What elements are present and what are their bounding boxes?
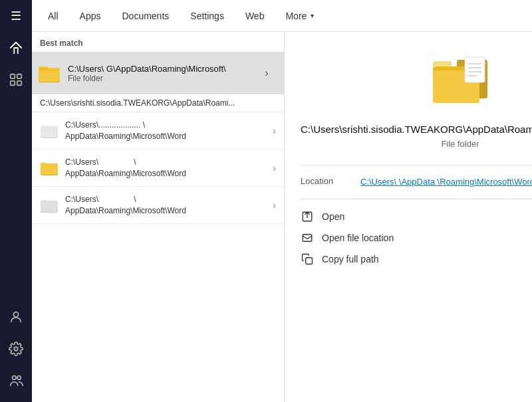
action-copy-path[interactable]: Copy full path <box>301 252 532 266</box>
preview-title: C:\Users\srishti.sisodia.TWEAKORG\AppDat… <box>301 122 532 136</box>
action-list: Open Open file location <box>301 210 532 266</box>
svg-rect-16 <box>41 163 58 175</box>
folder-icon-small-1 <box>40 122 59 140</box>
open-location-icon <box>301 231 314 245</box>
best-match-text: C:\Users\ G\AppData\Roaming\Microsoft\ F… <box>68 64 255 83</box>
hamburger-icon[interactable]: ☰ <box>11 9 21 23</box>
sidebar-item-settings[interactable] <box>0 333 32 365</box>
open-icon <box>301 210 314 223</box>
sub-item-1[interactable]: C:\Users\................... \ AppData\R… <box>32 112 284 150</box>
copy-path-label: Copy full path <box>322 254 379 264</box>
folder-icon-small-3 <box>40 196 59 215</box>
svg-point-5 <box>14 347 18 351</box>
tab-web[interactable]: Web <box>235 0 275 32</box>
svg-rect-1 <box>17 74 21 78</box>
sub-item-text-2: C:\Users\ \AppData\Roaming\Microsoft\Wor… <box>65 157 273 179</box>
svg-point-7 <box>17 376 21 380</box>
svg-rect-29 <box>303 235 312 242</box>
left-panel: Best match C:\Users\ G\AppData\Roaming\M… <box>32 32 285 402</box>
tab-more[interactable]: More ▾ <box>275 0 325 32</box>
right-panel: C:\Users\srishti.sisodia.TWEAKORG\AppDat… <box>285 32 532 402</box>
divider-top <box>301 165 532 165</box>
svg-rect-3 <box>17 81 21 85</box>
open-location-label: Open file location <box>322 233 394 243</box>
sub-item-arrow-3[interactable]: › <box>273 200 276 211</box>
info-row-location: Location C:\Users\ \AppData \Roaming\Mic… <box>301 176 532 188</box>
tab-settings[interactable]: Settings <box>180 0 235 32</box>
divider-bottom <box>301 199 532 199</box>
sidebar-item-user[interactable] <box>0 301 32 333</box>
sub-item-3[interactable]: C:\Users\ \AppData\Roaming\Microsoft\Wor… <box>32 187 284 224</box>
svg-rect-23 <box>465 57 485 82</box>
action-open-location[interactable]: Open file location <box>301 231 532 245</box>
content: Best match C:\Users\ G\AppData\Roaming\M… <box>32 32 532 402</box>
svg-rect-19 <box>41 201 58 212</box>
preview-folder-icon <box>430 52 490 112</box>
sidebar-item-search[interactable] <box>0 64 32 96</box>
sub-item-text-1: C:\Users\................... \ AppData\R… <box>65 120 273 142</box>
action-open[interactable]: Open <box>301 210 532 223</box>
topbar: All Apps Documents Settings Web More ▾ F… <box>32 0 532 32</box>
preview-subtitle: File folder <box>441 139 479 149</box>
svg-rect-30 <box>306 258 313 264</box>
svg-point-6 <box>13 376 17 380</box>
svg-rect-2 <box>11 81 15 85</box>
sub-item-arrow-1[interactable]: › <box>273 126 276 136</box>
main: All Apps Documents Settings Web More ▾ F… <box>32 0 532 402</box>
best-match-title: C:\Users\ G\AppData\Roaming\Microsoft\ <box>68 64 255 74</box>
sub-item-text-3: C:\Users\ \AppData\Roaming\Microsoft\Wor… <box>65 194 273 217</box>
open-label: Open <box>322 211 344 222</box>
sidebar-item-people[interactable] <box>0 365 32 397</box>
chevron-down-icon: ▾ <box>311 12 314 19</box>
path-label: C:\Users\srishti.sisodia.TWEAKORG\AppDat… <box>32 94 284 112</box>
sidebar-item-home[interactable] <box>0 32 32 64</box>
best-match-item[interactable]: C:\Users\ G\AppData\Roaming\Microsoft\ F… <box>32 52 284 94</box>
copy-path-icon <box>301 252 314 266</box>
sidebar-top[interactable]: ☰ <box>0 0 32 32</box>
tab-documents[interactable]: Documents <box>111 0 180 32</box>
tab-apps[interactable]: Apps <box>69 0 112 32</box>
location-label: Location <box>301 176 360 186</box>
best-match-arrow[interactable]: › <box>255 58 279 88</box>
sub-item-2[interactable]: C:\Users\ \AppData\Roaming\Microsoft\Wor… <box>32 150 284 187</box>
sidebar: ☰ <box>0 0 32 402</box>
svg-rect-13 <box>41 126 58 138</box>
nav-tabs: All Apps Documents Settings Web More ▾ <box>37 0 532 32</box>
folder-icon-small-2 <box>40 159 59 177</box>
sub-item-arrow-2[interactable]: › <box>273 163 276 173</box>
svg-rect-0 <box>11 74 15 78</box>
best-match-label: Best match <box>32 32 284 52</box>
best-match-subtitle: File folder <box>68 74 255 83</box>
location-value[interactable]: C:\Users\ \AppData \Roaming\Microsoft\Wo… <box>360 176 532 188</box>
folder-icon-large <box>37 61 61 85</box>
svg-point-4 <box>13 312 18 317</box>
tab-all[interactable]: All <box>37 0 69 32</box>
